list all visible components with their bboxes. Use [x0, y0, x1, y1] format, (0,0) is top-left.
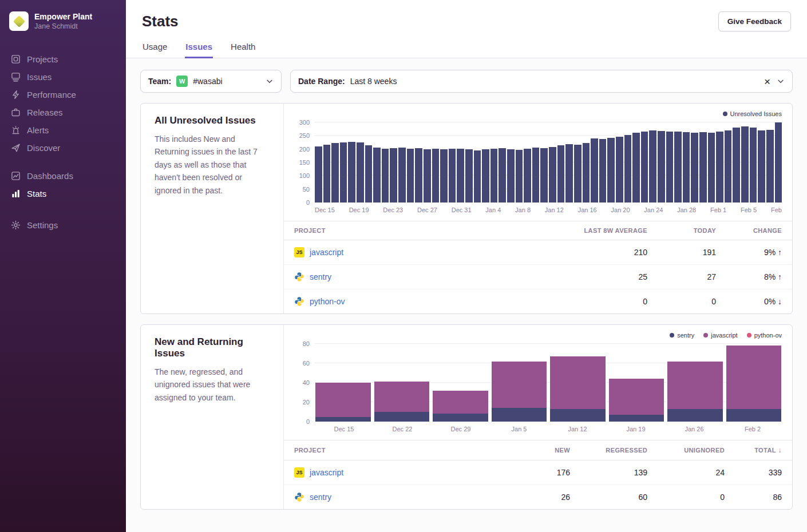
sidebar-item-alerts[interactable]: Alerts [0, 121, 126, 139]
stacked-bar [433, 344, 488, 422]
project-link-sentry[interactable]: sentry [310, 272, 331, 281]
x-tick-label: Jan 28 [677, 207, 696, 213]
panel-description-column: New and Returning Issues The new, regres… [141, 325, 284, 509]
column-header-regressed[interactable]: REGRESSED [580, 440, 658, 460]
y-axis-label: 40 [303, 379, 310, 386]
x-tick-label: Feb 5 [741, 207, 757, 213]
chart-bar [599, 139, 607, 203]
chart-bar [750, 128, 757, 203]
chart-bar [641, 132, 648, 203]
column-header-total[interactable]: TOTAL ↓ [735, 440, 792, 460]
column-header-today[interactable]: TODAY [658, 221, 726, 240]
regressed-cell: 139 [580, 460, 658, 485]
y-axis-label: 150 [299, 159, 310, 166]
avg-cell: 25 [560, 265, 658, 289]
column-header-new[interactable]: NEW [517, 440, 580, 460]
give-feedback-button[interactable]: Give Feedback [718, 11, 791, 31]
table-row: JSjavascript17613924339 [284, 460, 792, 485]
x-axis-labels: Dec 15Dec 22Dec 29Jan 5Jan 12Jan 19Jan 2… [315, 422, 782, 438]
tab-usage[interactable]: Usage [142, 37, 168, 58]
sidebar-item-dashboards[interactable]: Dashboards [0, 167, 126, 185]
new-returning-issues-panel: New and Returning Issues The new, regres… [140, 324, 793, 510]
sidebar-item-label: Discover [27, 143, 60, 153]
sidebar-item-projects[interactable]: Projects [0, 50, 126, 68]
project-cell-content: sentry [294, 492, 507, 502]
project-link-javascript[interactable]: javascript [310, 468, 343, 477]
project-link-javascript[interactable]: javascript [310, 248, 343, 257]
project-cell-content: sentry [294, 272, 550, 282]
avg-cell: 210 [560, 240, 658, 265]
sidebar-item-label: Dashboards [27, 171, 73, 181]
chart-bar [607, 138, 615, 203]
chart-bar [549, 147, 556, 203]
x-tick-label: Jan 8 [515, 207, 531, 213]
js-icon: JS [294, 247, 304, 257]
column-header-project[interactable]: PROJECT [284, 221, 560, 240]
today-cell: 0 [658, 289, 726, 314]
y-axis-label: 0 [306, 199, 310, 206]
chart-bar [323, 145, 331, 203]
app-root: Empower Plant Jane Schmidt Projects Issu… [0, 0, 807, 532]
project-link-python-ov[interactable]: python-ov [310, 297, 345, 306]
sidebar-item-label: Projects [27, 54, 58, 64]
chart-legend: sentryjavascriptpython-ov [294, 331, 782, 339]
team-avatar: W [176, 76, 188, 87]
date-range-filter[interactable]: Date Range: Last 8 weeks × [290, 70, 793, 93]
team-filter[interactable]: Team: W #wasabi [140, 70, 282, 93]
column-header-last-8w-average[interactable]: LAST 8W AVERAGE [560, 221, 658, 240]
sidebar-item-settings[interactable]: Settings [0, 216, 126, 234]
chart-plot [315, 122, 782, 203]
sidebar: Empower Plant Jane Schmidt Projects Issu… [0, 0, 126, 532]
legend-item: Unresolved Issues [723, 110, 782, 117]
legend-label: javascript [711, 332, 737, 339]
org-logo-icon [9, 11, 29, 31]
issues-icon [11, 72, 21, 82]
bar-segment-javascript [374, 382, 430, 412]
project-cell: JSjavascript [284, 240, 560, 265]
date-range-value: Last 8 weeks [350, 77, 397, 86]
main-content: Stats Give Feedback Usage Issues Health … [126, 0, 807, 532]
panel-description: The new, regressed, and unignored issues… [155, 366, 270, 404]
column-header-change[interactable]: CHANGE [726, 221, 792, 240]
org-switcher[interactable]: Empower Plant Jane Schmidt [0, 8, 126, 40]
legend-label: Unresolved Issues [730, 110, 782, 117]
sidebar-item-issues[interactable]: Issues [0, 68, 126, 86]
chart-bar [331, 143, 339, 203]
tab-issues[interactable]: Issues [185, 37, 213, 58]
y-axis-label: 20 [303, 399, 310, 406]
legend-item: python-ov [747, 332, 782, 339]
legend-dot [670, 333, 674, 338]
bar-series [315, 122, 782, 203]
alerts-icon [11, 125, 21, 135]
sidebar-item-discover[interactable]: Discover [0, 139, 126, 157]
x-tick-label: Jan 12 [545, 207, 564, 213]
project-link-sentry[interactable]: sentry [310, 493, 331, 502]
regressed-cell: 60 [580, 485, 658, 510]
chart-bar [415, 148, 422, 203]
sidebar-item-stats[interactable]: Stats [0, 185, 126, 203]
org-name: Empower Plant [34, 12, 92, 22]
tab-health[interactable]: Health [230, 37, 256, 58]
chart-bar [457, 149, 464, 203]
sidebar-item-releases[interactable]: Releases [0, 104, 126, 121]
stacked-bar [550, 344, 606, 422]
stacked-bar [315, 344, 371, 422]
chart-bar [565, 144, 573, 203]
stacked-bar-series [315, 344, 782, 422]
chart-bar [591, 138, 598, 203]
total-cell: 339 [735, 460, 792, 485]
chart-bar [540, 148, 548, 203]
chart-bar [440, 149, 448, 203]
column-header-unignored[interactable]: UNIGNORED [658, 440, 735, 460]
x-tick-label: Feb [771, 207, 782, 213]
x-tick-label: Dec 15 [315, 426, 373, 432]
column-header-project[interactable]: PROJECT [284, 440, 517, 460]
chart-bar [449, 149, 456, 203]
bar-segment-javascript [492, 362, 547, 408]
panel-description-column: All Unresolved Issues This includes New … [141, 104, 284, 313]
clear-icon[interactable]: × [763, 76, 772, 87]
chart-bar [632, 133, 640, 203]
sidebar-item-performance[interactable]: Performance [0, 86, 126, 104]
chart-bar [465, 149, 473, 203]
bar-segment-sentry [433, 414, 488, 422]
